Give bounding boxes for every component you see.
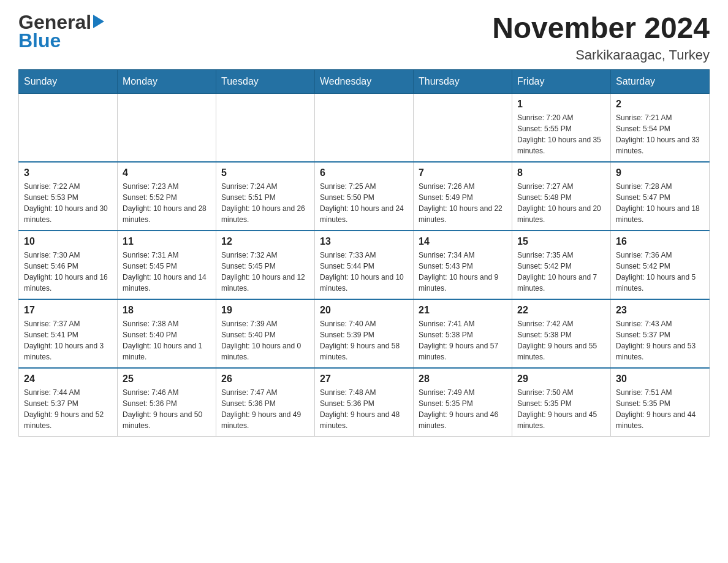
day-number: 15 [517,236,605,247]
day-info: Sunrise: 7:23 AMSunset: 5:52 PMDaylight:… [123,181,211,225]
day-number: 10 [24,236,112,247]
day-number: 8 [517,167,605,178]
day-cell: 30Sunrise: 7:51 AMSunset: 5:35 PMDayligh… [611,368,710,437]
day-info: Sunrise: 7:41 AMSunset: 5:38 PMDaylight:… [419,318,507,362]
day-cell: 18Sunrise: 7:38 AMSunset: 5:40 PMDayligh… [118,299,216,368]
day-info: Sunrise: 7:27 AMSunset: 5:48 PMDaylight:… [517,181,605,225]
day-number: 29 [517,373,605,385]
weekday-header-tuesday: Tuesday [216,69,315,93]
day-info: Sunrise: 7:39 AMSunset: 5:40 PMDaylight:… [221,318,309,362]
calendar-table: SundayMondayTuesdayWednesdayThursdayFrid… [18,69,710,437]
day-cell: 12Sunrise: 7:32 AMSunset: 5:45 PMDayligh… [216,231,315,299]
day-info: Sunrise: 7:20 AMSunset: 5:55 PMDaylight:… [517,112,605,156]
day-number: 26 [221,373,309,385]
day-info: Sunrise: 7:32 AMSunset: 5:45 PMDaylight:… [221,250,309,294]
day-cell: 14Sunrise: 7:34 AMSunset: 5:43 PMDayligh… [414,231,512,299]
week-row-5: 24Sunrise: 7:44 AMSunset: 5:37 PMDayligh… [19,368,710,437]
day-info: Sunrise: 7:33 AMSunset: 5:44 PMDaylight:… [320,250,408,294]
day-number: 22 [517,305,605,316]
month-title: November 2024 [492,12,710,45]
logo-blue: Blue [18,29,61,52]
day-cell [414,93,512,162]
day-number: 20 [320,305,408,316]
weekday-header-sunday: Sunday [19,69,118,93]
day-cell: 19Sunrise: 7:39 AMSunset: 5:40 PMDayligh… [216,299,315,368]
day-number: 21 [419,305,507,316]
day-cell: 8Sunrise: 7:27 AMSunset: 5:48 PMDaylight… [512,162,611,231]
day-number: 14 [419,236,507,247]
weekday-header-monday: Monday [118,69,216,93]
day-number: 9 [616,167,704,178]
location: Sarkikaraagac, Turkey [492,47,710,63]
day-info: Sunrise: 7:35 AMSunset: 5:42 PMDaylight:… [517,250,605,294]
day-info: Sunrise: 7:51 AMSunset: 5:35 PMDaylight:… [616,387,704,431]
week-row-1: 1Sunrise: 7:20 AMSunset: 5:55 PMDaylight… [19,93,710,162]
day-info: Sunrise: 7:40 AMSunset: 5:39 PMDaylight:… [320,318,408,362]
day-cell: 26Sunrise: 7:47 AMSunset: 5:36 PMDayligh… [216,368,315,437]
day-info: Sunrise: 7:50 AMSunset: 5:35 PMDaylight:… [517,387,605,431]
page-header: General Blue November 2024 Sarkikaraagac… [18,12,710,63]
day-cell: 6Sunrise: 7:25 AMSunset: 5:50 PMDaylight… [315,162,414,231]
day-cell: 20Sunrise: 7:40 AMSunset: 5:39 PMDayligh… [315,299,414,368]
day-info: Sunrise: 7:26 AMSunset: 5:49 PMDaylight:… [419,181,507,225]
day-cell [315,93,414,162]
weekday-header-wednesday: Wednesday [315,69,414,93]
day-number: 11 [123,236,211,247]
day-number: 7 [419,167,507,178]
week-row-2: 3Sunrise: 7:22 AMSunset: 5:53 PMDaylight… [19,162,710,231]
day-info: Sunrise: 7:38 AMSunset: 5:40 PMDaylight:… [123,318,211,362]
day-cell: 13Sunrise: 7:33 AMSunset: 5:44 PMDayligh… [315,231,414,299]
day-number: 5 [221,167,309,178]
day-cell: 24Sunrise: 7:44 AMSunset: 5:37 PMDayligh… [19,368,118,437]
logo: General Blue [18,12,104,50]
day-number: 30 [616,373,704,385]
day-cell: 27Sunrise: 7:48 AMSunset: 5:36 PMDayligh… [315,368,414,437]
day-number: 25 [123,373,211,385]
day-number: 2 [616,99,704,110]
day-info: Sunrise: 7:34 AMSunset: 5:43 PMDaylight:… [419,250,507,294]
svg-marker-0 [93,15,104,28]
title-section: November 2024 Sarkikaraagac, Turkey [492,12,710,63]
weekday-header-friday: Friday [512,69,611,93]
day-info: Sunrise: 7:21 AMSunset: 5:54 PMDaylight:… [616,112,704,156]
day-info: Sunrise: 7:37 AMSunset: 5:41 PMDaylight:… [24,318,112,362]
day-number: 6 [320,167,408,178]
day-info: Sunrise: 7:36 AMSunset: 5:42 PMDaylight:… [616,250,704,294]
weekday-header-row: SundayMondayTuesdayWednesdayThursdayFrid… [19,69,710,93]
day-cell: 23Sunrise: 7:43 AMSunset: 5:37 PMDayligh… [611,299,710,368]
day-info: Sunrise: 7:22 AMSunset: 5:53 PMDaylight:… [24,181,112,225]
day-cell: 22Sunrise: 7:42 AMSunset: 5:38 PMDayligh… [512,299,611,368]
day-cell: 7Sunrise: 7:26 AMSunset: 5:49 PMDaylight… [414,162,512,231]
day-cell: 11Sunrise: 7:31 AMSunset: 5:45 PMDayligh… [118,231,216,299]
weekday-header-saturday: Saturday [611,69,710,93]
day-info: Sunrise: 7:47 AMSunset: 5:36 PMDaylight:… [221,387,309,431]
day-cell: 10Sunrise: 7:30 AMSunset: 5:46 PMDayligh… [19,231,118,299]
day-number: 3 [24,167,112,178]
day-number: 13 [320,236,408,247]
day-cell: 3Sunrise: 7:22 AMSunset: 5:53 PMDaylight… [19,162,118,231]
day-number: 16 [616,236,704,247]
day-number: 12 [221,236,309,247]
day-number: 19 [221,305,309,316]
day-cell: 2Sunrise: 7:21 AMSunset: 5:54 PMDaylight… [611,93,710,162]
week-row-3: 10Sunrise: 7:30 AMSunset: 5:46 PMDayligh… [19,231,710,299]
day-number: 4 [123,167,211,178]
day-number: 18 [123,305,211,316]
day-cell: 16Sunrise: 7:36 AMSunset: 5:42 PMDayligh… [611,231,710,299]
logo-arrow-icon [93,15,104,28]
day-cell: 29Sunrise: 7:50 AMSunset: 5:35 PMDayligh… [512,368,611,437]
day-info: Sunrise: 7:28 AMSunset: 5:47 PMDaylight:… [616,181,704,225]
weekday-header-thursday: Thursday [414,69,512,93]
day-cell: 15Sunrise: 7:35 AMSunset: 5:42 PMDayligh… [512,231,611,299]
day-info: Sunrise: 7:30 AMSunset: 5:46 PMDaylight:… [24,250,112,294]
day-info: Sunrise: 7:49 AMSunset: 5:35 PMDaylight:… [419,387,507,431]
day-cell: 25Sunrise: 7:46 AMSunset: 5:36 PMDayligh… [118,368,216,437]
day-number: 23 [616,305,704,316]
day-cell [118,93,216,162]
day-info: Sunrise: 7:24 AMSunset: 5:51 PMDaylight:… [221,181,309,225]
day-number: 17 [24,305,112,316]
day-info: Sunrise: 7:25 AMSunset: 5:50 PMDaylight:… [320,181,408,225]
day-cell: 4Sunrise: 7:23 AMSunset: 5:52 PMDaylight… [118,162,216,231]
day-info: Sunrise: 7:46 AMSunset: 5:36 PMDaylight:… [123,387,211,431]
day-cell: 28Sunrise: 7:49 AMSunset: 5:35 PMDayligh… [414,368,512,437]
